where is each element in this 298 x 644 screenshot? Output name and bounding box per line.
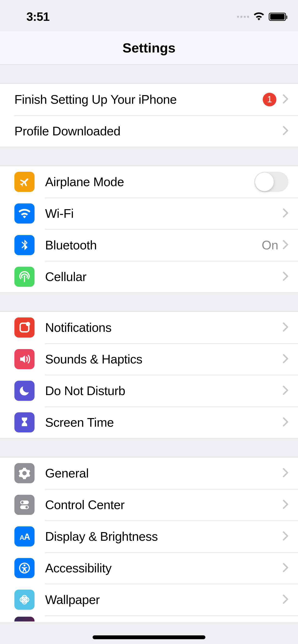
sounds-icon bbox=[14, 349, 35, 369]
chevron-right-icon bbox=[283, 240, 288, 250]
badge-count: 1 bbox=[263, 93, 276, 106]
nav-bar: Settings bbox=[0, 31, 298, 65]
siri-icon bbox=[14, 617, 35, 622]
row-do-not-disturb[interactable]: Do Not Disturb bbox=[0, 375, 298, 406]
chevron-right-icon bbox=[283, 354, 288, 364]
svg-text:A: A bbox=[20, 534, 25, 541]
row-label: Bluetooth bbox=[45, 238, 262, 252]
row-sounds[interactable]: Sounds & Haptics bbox=[0, 343, 298, 375]
row-finish-setup[interactable]: Finish Setting Up Your iPhone 1 bbox=[0, 84, 298, 115]
row-screen-time[interactable]: Screen Time bbox=[0, 406, 298, 438]
display-icon: AA bbox=[14, 526, 35, 546]
status-time: 3:51 bbox=[26, 10, 49, 24]
svg-point-0 bbox=[24, 275, 26, 277]
row-label: Notifications bbox=[45, 320, 283, 335]
wallpaper-icon bbox=[14, 590, 35, 610]
svg-point-10 bbox=[24, 564, 26, 566]
chevron-right-icon bbox=[283, 272, 288, 282]
chevron-right-icon bbox=[283, 531, 288, 542]
row-general[interactable]: General bbox=[0, 457, 298, 489]
row-airplane-mode[interactable]: Airplane Mode bbox=[0, 166, 298, 198]
airplane-toggle[interactable] bbox=[254, 172, 288, 192]
home-indicator[interactable] bbox=[93, 636, 205, 639]
row-label: Airplane Mode bbox=[45, 175, 254, 189]
bluetooth-icon bbox=[14, 235, 35, 255]
row-cellular[interactable]: Cellular bbox=[0, 261, 298, 292]
row-label: General bbox=[45, 466, 283, 480]
row-value: On bbox=[262, 238, 278, 252]
row-display-brightness[interactable]: AA Display & Brightness bbox=[0, 520, 298, 552]
settings-group-alerts: Notifications Sounds & Haptics Do Not Di… bbox=[0, 312, 298, 438]
settings-group-connectivity: Airplane Mode Wi-Fi Bluetooth On Cellula… bbox=[0, 166, 298, 293]
row-control-center[interactable]: Control Center bbox=[0, 489, 298, 520]
control-center-icon bbox=[14, 495, 35, 515]
row-label: Screen Time bbox=[45, 415, 283, 430]
notifications-icon bbox=[14, 318, 35, 338]
row-label: Profile Downloaded bbox=[14, 124, 283, 138]
row-label: Display & Brightness bbox=[45, 529, 283, 544]
wifi-settings-icon bbox=[14, 204, 35, 224]
airplane-icon bbox=[14, 172, 35, 192]
wifi-icon bbox=[253, 12, 264, 22]
row-wifi[interactable]: Wi-Fi bbox=[0, 198, 298, 229]
row-label: Accessibility bbox=[45, 561, 283, 575]
row-label: Cellular bbox=[45, 270, 283, 284]
row-next-peek[interactable] bbox=[0, 616, 298, 623]
status-indicators bbox=[237, 12, 286, 22]
gear-icon bbox=[14, 463, 35, 483]
row-wallpaper[interactable]: Wallpaper bbox=[0, 584, 298, 616]
row-label: Do Not Disturb bbox=[45, 384, 283, 398]
chevron-right-icon bbox=[283, 208, 288, 219]
row-label: Finish Setting Up Your iPhone bbox=[14, 92, 263, 106]
chevron-right-icon bbox=[283, 126, 288, 136]
svg-text:A: A bbox=[24, 532, 30, 542]
moon-icon bbox=[14, 381, 35, 401]
hourglass-icon bbox=[14, 412, 35, 432]
toggle-knob bbox=[255, 172, 274, 191]
chevron-right-icon bbox=[283, 500, 288, 510]
chevron-right-icon bbox=[283, 468, 288, 478]
row-label: Sounds & Haptics bbox=[45, 352, 283, 366]
cellular-icon bbox=[14, 267, 35, 287]
chevron-right-icon bbox=[283, 594, 288, 605]
row-label: Wallpaper bbox=[45, 592, 283, 607]
row-label: Control Center bbox=[45, 498, 283, 512]
battery-icon bbox=[269, 13, 286, 21]
cell-signal-dots bbox=[237, 16, 249, 18]
row-accessibility[interactable]: Accessibility bbox=[0, 552, 298, 584]
svg-point-2 bbox=[26, 322, 30, 326]
chevron-right-icon bbox=[283, 386, 288, 396]
chevron-right-icon bbox=[283, 94, 288, 105]
chevron-right-icon bbox=[283, 322, 288, 333]
status-bar: 3:51 bbox=[0, 0, 298, 31]
chevron-right-icon bbox=[283, 563, 288, 573]
accessibility-icon bbox=[14, 558, 35, 578]
svg-point-6 bbox=[26, 506, 28, 508]
row-notifications[interactable]: Notifications bbox=[0, 312, 298, 343]
svg-point-4 bbox=[21, 501, 24, 504]
page-title: Settings bbox=[123, 40, 176, 56]
settings-group-general: General Control Center AA Display & Brig… bbox=[0, 457, 298, 623]
row-bluetooth[interactable]: Bluetooth On bbox=[0, 229, 298, 261]
settings-group-setup: Finish Setting Up Your iPhone 1 Profile … bbox=[0, 84, 298, 147]
row-profile-downloaded[interactable]: Profile Downloaded bbox=[0, 115, 298, 147]
chevron-right-icon bbox=[283, 417, 288, 428]
row-label: Wi-Fi bbox=[45, 206, 278, 221]
